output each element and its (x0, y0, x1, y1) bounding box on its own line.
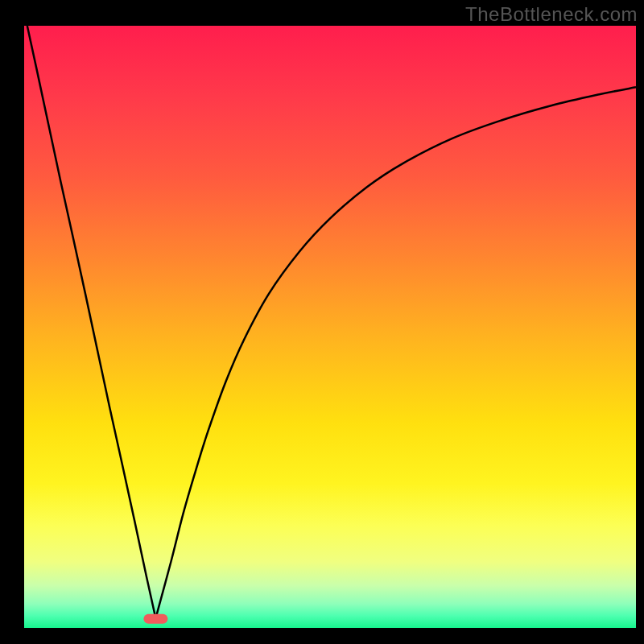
chart-container: TheBottleneck.com (0, 0, 644, 644)
plot-background (24, 26, 636, 628)
plot-area (24, 26, 636, 628)
trough-marker (143, 614, 167, 624)
watermark-text: TheBottleneck.com (465, 3, 638, 26)
chart-svg (0, 0, 644, 644)
